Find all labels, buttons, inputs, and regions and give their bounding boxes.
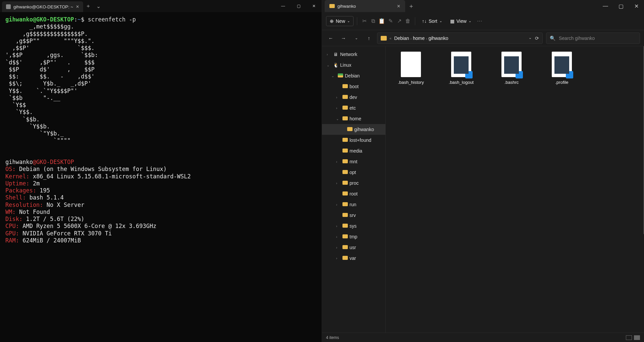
- cut-icon[interactable]: ✂: [361, 17, 368, 25]
- nav-tree[interactable]: › 🖥 Network ⌄ 🐧 Linux ⌄ Debian boot › de…: [322, 46, 386, 333]
- tree-item-root[interactable]: root: [322, 188, 385, 199]
- tree-item-mnt[interactable]: › mnt: [322, 156, 385, 167]
- maximize-button[interactable]: ▢: [613, 0, 629, 12]
- tree-item-media[interactable]: media: [322, 146, 385, 156]
- folder-icon: [342, 180, 348, 186]
- tree-item-Debian[interactable]: ⌄ Debian: [322, 70, 385, 81]
- file-grid[interactable]: .bash_history .bash_logout .bashrc .prof…: [386, 46, 644, 333]
- more-icon[interactable]: ⋯: [476, 17, 483, 25]
- folder-icon: [342, 159, 348, 164]
- tree-item-usr[interactable]: › usr: [322, 242, 385, 253]
- terminal-new-tab-button[interactable]: ＋: [83, 3, 93, 10]
- recent-dropdown-icon[interactable]: ⌄: [352, 34, 361, 43]
- chevron-icon: ›: [336, 203, 341, 207]
- tree-label: Debian: [345, 73, 360, 78]
- tree-label: tmp: [350, 234, 357, 239]
- tree-item-gihwanko[interactable]: gihwanko: [322, 124, 385, 135]
- vscode-badge-icon: [566, 71, 573, 78]
- breadcrumb[interactable]: « Debian › home › gihwanko ⌄ ⟳: [377, 33, 543, 44]
- file-item[interactable]: .profile: [543, 52, 580, 85]
- folder-icon: [342, 245, 348, 250]
- sort-button[interactable]: ↑↓ Sort ⌄: [419, 16, 445, 26]
- tree-label: Network: [340, 52, 357, 57]
- rename-icon[interactable]: ✎: [387, 17, 394, 25]
- folder-icon: [381, 36, 387, 41]
- chevron-icon: ⌄: [331, 74, 336, 78]
- chevron-down-icon[interactable]: ⌄: [529, 36, 532, 41]
- tree-item-Linux[interactable]: ⌄ 🐧 Linux: [322, 60, 385, 70]
- file-icon: [501, 52, 522, 77]
- tree-label: root: [350, 191, 358, 196]
- view-button[interactable]: ▦ View ⌄: [447, 16, 475, 26]
- tree-item-opt[interactable]: opt: [322, 167, 385, 178]
- search-input[interactable]: 🔍 Search gihwanko: [546, 33, 640, 44]
- details-view-icon[interactable]: [626, 335, 632, 340]
- terminal-dropdown-button[interactable]: ⌄: [93, 3, 103, 9]
- chevron-icon: ⌄: [327, 63, 331, 67]
- minimize-button[interactable]: —: [275, 0, 291, 12]
- new-button[interactable]: ⊕ New ⌄: [326, 16, 354, 26]
- search-icon: 🔍: [550, 36, 555, 41]
- icons-view-icon[interactable]: [634, 335, 640, 340]
- file-item[interactable]: .bashrc: [493, 52, 530, 85]
- breadcrumb-segment[interactable]: gihwanko: [428, 36, 448, 41]
- tree-item-sys[interactable]: › sys: [322, 221, 385, 231]
- terminal-body[interactable]: gihwanko@GKO-DESKTOP:~$ screenfetch -p _…: [0, 12, 322, 342]
- up-button[interactable]: ↑: [364, 34, 374, 43]
- explorer-new-tab-button[interactable]: ＋: [405, 2, 417, 10]
- chevron-icon: ⌄: [336, 117, 341, 121]
- tree-item-dev[interactable]: › dev: [322, 92, 385, 103]
- close-button[interactable]: ✕: [306, 0, 322, 12]
- file-item[interactable]: .bash_logout: [443, 52, 480, 85]
- tree-label: proc: [350, 180, 359, 186]
- chevron-icon: ›: [327, 53, 331, 56]
- explorer-navbar: ← → ⌄ ↑ « Debian › home › gihwanko ⌄ ⟳ 🔍…: [322, 30, 644, 46]
- explorer-toolbar: ⊕ New ⌄ ✂ ⧉ 📋 ✎ ↗ 🗑 ↑↓ Sort ⌄ ▦ View ⌄ ⋯: [322, 12, 644, 30]
- terminal-tab[interactable]: gihwanko@GKO-DESKTOP: ~ ✕: [2, 1, 83, 12]
- explorer-titlebar: gihwanko ✕ ＋ — ▢ ✕: [322, 0, 644, 12]
- folder-icon: [342, 234, 348, 239]
- tree-label: gihwanko: [354, 127, 374, 132]
- terminal-tab-close-icon[interactable]: ✕: [76, 4, 79, 9]
- tree-label: var: [350, 255, 356, 261]
- breadcrumb-segment[interactable]: Debian: [394, 36, 409, 41]
- share-icon[interactable]: ↗: [395, 17, 403, 25]
- folder-icon: [342, 148, 348, 154]
- folder-icon: [342, 191, 348, 196]
- chevron-icon: ›: [336, 96, 341, 99]
- tree-label: lost+found: [350, 137, 371, 143]
- folder-icon: [342, 202, 348, 207]
- folder-icon: [342, 170, 348, 175]
- folder-icon: [342, 84, 348, 89]
- tree-item-proc[interactable]: › proc: [322, 178, 385, 188]
- tree-item-home[interactable]: ⌄ home: [322, 113, 385, 124]
- tree-item-etc[interactable]: › etc: [322, 103, 385, 113]
- tree-item-srv[interactable]: srv: [322, 210, 385, 221]
- explorer-tab-close-icon[interactable]: ✕: [397, 4, 400, 9]
- terminal-titlebar: gihwanko@GKO-DESKTOP: ~ ✕ ＋ ⌄ — ▢ ✕: [0, 0, 322, 12]
- explorer-tab[interactable]: gihwanko ✕: [325, 0, 405, 12]
- item-count: 4 items: [326, 335, 339, 340]
- refresh-icon[interactable]: ⟳: [535, 36, 539, 41]
- tree-item-Network[interactable]: › 🖥 Network: [322, 49, 385, 60]
- tree-item-var[interactable]: › var: [322, 253, 385, 264]
- tree-label: run: [350, 202, 356, 207]
- maximize-button[interactable]: ▢: [291, 0, 306, 12]
- tree-label: media: [350, 148, 362, 154]
- minimize-button[interactable]: —: [598, 0, 613, 12]
- file-item[interactable]: .bash_history: [392, 52, 429, 85]
- tree-item-lost+found[interactable]: lost+found: [322, 135, 385, 146]
- paste-icon[interactable]: 📋: [378, 17, 385, 25]
- forward-button[interactable]: →: [339, 34, 348, 43]
- delete-icon[interactable]: 🗑: [404, 17, 412, 25]
- breadcrumb-segment[interactable]: home: [413, 36, 425, 41]
- tree-label: boot: [350, 84, 359, 89]
- chevron-icon: ›: [336, 160, 341, 164]
- tree-item-boot[interactable]: boot: [322, 81, 385, 92]
- tree-item-run[interactable]: › run: [322, 199, 385, 210]
- folder-icon: [342, 213, 348, 218]
- copy-icon[interactable]: ⧉: [369, 17, 377, 25]
- tree-item-tmp[interactable]: › tmp: [322, 231, 385, 242]
- close-button[interactable]: ✕: [629, 0, 644, 12]
- back-button[interactable]: ←: [326, 34, 335, 43]
